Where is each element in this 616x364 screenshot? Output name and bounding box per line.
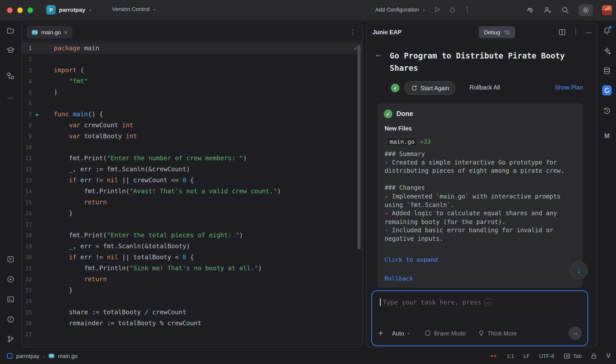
collapse-arrows-icon[interactable] bbox=[490, 353, 497, 359]
scroll-to-bottom-button[interactable]: ↓ bbox=[570, 262, 588, 279]
code-line[interactable]: 25 share := totalBooty / crewCount bbox=[22, 307, 362, 318]
project-widget[interactable]: P parrotpay ⌄ bbox=[46, 5, 92, 14]
tab-main-go[interactable]: main.go × bbox=[27, 26, 72, 38]
code-text: if err != nil || crewCount <= 0 { bbox=[54, 175, 362, 186]
search-icon[interactable] bbox=[561, 6, 570, 15]
line-ending[interactable]: LF bbox=[524, 353, 530, 359]
brave-mode-toggle[interactable]: Brave Mode bbox=[425, 330, 466, 336]
markdown-tool-icon[interactable]: M bbox=[602, 131, 612, 141]
code-line[interactable]: 22 return bbox=[22, 274, 362, 285]
junie-tool-icon[interactable] bbox=[602, 86, 612, 95]
run-button[interactable] bbox=[434, 5, 441, 13]
code-line[interactable]: 19 _, err = fmt.Scanln(&totalBooty) bbox=[22, 241, 362, 252]
project-folder-icon[interactable] bbox=[6, 26, 15, 35]
junie-debug-button[interactable]: Debug ^D bbox=[479, 26, 515, 38]
vcs-widget[interactable]: Version Control ⌄ bbox=[112, 6, 156, 12]
user-avatar[interactable] bbox=[602, 5, 612, 15]
lock-icon[interactable] bbox=[591, 353, 597, 359]
more-tool-windows-icon[interactable]: … bbox=[6, 92, 15, 101]
tab-options-icon[interactable]: ⋮ bbox=[350, 28, 357, 36]
back-arrow-icon[interactable]: ← bbox=[375, 50, 382, 59]
code-text: var crewCount int bbox=[54, 120, 362, 131]
click-to-expand-link[interactable]: Click to expand bbox=[384, 256, 438, 263]
code-line[interactable]: 20 if err != nil || totalBooty < 0 { bbox=[22, 252, 362, 263]
code-line[interactable]: 11 fmt.Print("Enter the number of crew m… bbox=[22, 153, 362, 164]
gutter bbox=[32, 87, 54, 98]
history-icon[interactable] bbox=[602, 106, 612, 116]
notifications-bell-icon[interactable] bbox=[602, 26, 612, 36]
window-minimize-button[interactable] bbox=[17, 8, 23, 13]
rollback-link[interactable]: Rollback bbox=[384, 275, 413, 282]
editor-scrollbar[interactable] bbox=[358, 45, 361, 250]
gutter bbox=[32, 208, 54, 219]
breadcrumb-project[interactable]: parrotpay bbox=[16, 353, 39, 359]
code-line[interactable]: 6 bbox=[22, 98, 362, 109]
gutter bbox=[32, 197, 54, 208]
think-more-toggle[interactable]: Think More bbox=[478, 330, 517, 336]
code-line[interactable]: 18 fmt.Print("Enter the total pieces of … bbox=[22, 230, 362, 241]
junie-header: Junie EAP Debug ^D ⋮ — bbox=[366, 23, 597, 41]
tab-close-icon[interactable]: × bbox=[64, 29, 68, 35]
vim-widget[interactable]: V bbox=[606, 352, 610, 360]
code-line[interactable]: 1package main✓ bbox=[22, 43, 362, 54]
more-actions-button[interactable]: ⋮ bbox=[464, 5, 471, 13]
code-line[interactable]: 15 return bbox=[22, 197, 362, 208]
code-line[interactable]: 12 _, err := fmt.Scanln(&crewCount) bbox=[22, 164, 362, 175]
code-line[interactable]: 4 "fmt" bbox=[22, 76, 362, 87]
debug-bug-button[interactable] bbox=[449, 5, 456, 13]
code-line[interactable]: 23 } bbox=[22, 285, 362, 296]
code-line[interactable]: 8 var crewCount int bbox=[22, 120, 362, 131]
code-with-me-icon[interactable] bbox=[543, 6, 552, 15]
code-line[interactable]: 14 fmt.Println("Avast! That's not a vali… bbox=[22, 186, 362, 197]
window-zoom-button[interactable] bbox=[28, 8, 33, 13]
hide-panel-icon[interactable]: — bbox=[586, 29, 591, 35]
code-line[interactable]: 24 bbox=[22, 296, 362, 307]
learn-icon[interactable] bbox=[6, 46, 15, 55]
show-plan-link[interactable]: Show Plan bbox=[555, 84, 583, 91]
ide-window: P parrotpay ⌄ Version Control ⌄ Add Conf… bbox=[0, 0, 616, 364]
indent-widget[interactable]: Tab bbox=[564, 353, 582, 359]
services-icon[interactable] bbox=[6, 275, 15, 284]
window-close-button[interactable] bbox=[7, 8, 12, 13]
file-encoding[interactable]: UTF-8 bbox=[539, 353, 554, 359]
code-line[interactable]: 16 } bbox=[22, 208, 362, 219]
changed-file-name[interactable]: main.go bbox=[388, 138, 416, 146]
code-line[interactable]: 2 bbox=[22, 54, 362, 65]
code-line[interactable]: 27 bbox=[22, 329, 362, 340]
structure-icon[interactable] bbox=[6, 72, 15, 80]
send-button[interactable]: → bbox=[568, 326, 582, 340]
code-line[interactable]: 21 fmt.Println("Sink me! That's no booty… bbox=[22, 263, 362, 274]
task-input-box[interactable]: Type your task here, press ↵ + Auto ⌄ Br… bbox=[371, 290, 588, 346]
inspections-ok-icon[interactable]: ✓ bbox=[354, 43, 358, 54]
problems-icon[interactable] bbox=[6, 315, 15, 324]
code-line[interactable]: 26 remainder := totalBooty % crewCount bbox=[22, 318, 362, 329]
database-icon[interactable] bbox=[602, 66, 612, 76]
caret-position[interactable]: 1:1 bbox=[507, 353, 514, 359]
mode-selector-auto[interactable]: Auto ⌄ bbox=[392, 330, 410, 336]
code-text bbox=[54, 296, 362, 307]
breadcrumb-file[interactable]: main.go bbox=[58, 353, 78, 359]
code-line[interactable]: 3import ( bbox=[22, 65, 362, 76]
start-again-button[interactable]: Start Again bbox=[405, 81, 456, 94]
indent-icon bbox=[564, 353, 570, 359]
code-line[interactable]: 5) bbox=[22, 87, 362, 98]
settings-button[interactable] bbox=[579, 4, 593, 16]
gutter bbox=[32, 219, 54, 230]
code-line[interactable]: 7▶func main() { bbox=[22, 109, 362, 120]
ai-chat-icon[interactable] bbox=[602, 46, 612, 56]
code-line[interactable]: 13 if err != nil || crewCount <= 0 { bbox=[22, 175, 362, 186]
code-text: _, err = fmt.Scanln(&totalBooty) bbox=[54, 241, 362, 252]
junie-more-icon[interactable]: ⋮ bbox=[572, 28, 579, 36]
version-control-icon[interactable] bbox=[6, 335, 15, 344]
code-line[interactable]: 9 var totalBooty int bbox=[22, 131, 362, 142]
terminal-icon[interactable] bbox=[6, 295, 15, 304]
rollback-all-button[interactable]: Rollback All bbox=[470, 84, 500, 91]
run-main-icon[interactable]: ▶ bbox=[36, 109, 39, 120]
split-panel-icon[interactable] bbox=[559, 28, 566, 36]
ai-assistant-icon[interactable] bbox=[526, 6, 534, 15]
code-line[interactable]: 10 bbox=[22, 142, 362, 153]
code-line[interactable]: 17 bbox=[22, 219, 362, 230]
commit-icon[interactable] bbox=[6, 255, 15, 264]
attach-plus-button[interactable]: + bbox=[378, 328, 388, 338]
run-configuration-selector[interactable]: Add Configuration ⌄ bbox=[375, 6, 426, 12]
